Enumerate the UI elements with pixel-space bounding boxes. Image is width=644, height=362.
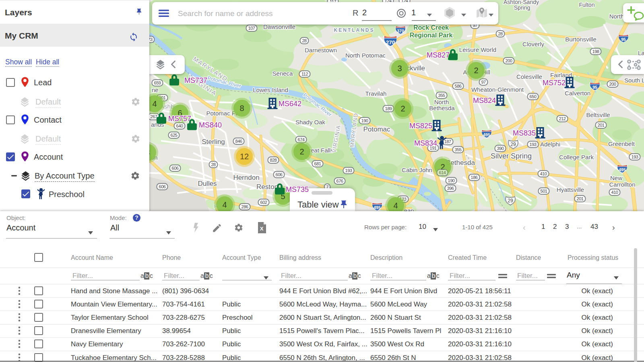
svg-text:Seneca: Seneca bbox=[272, 70, 293, 77]
svg-text:190: 190 bbox=[361, 118, 368, 123]
svg-text:846: 846 bbox=[235, 139, 242, 144]
svg-text:MS827: MS827 bbox=[427, 51, 450, 59]
svg-text:606: 606 bbox=[159, 184, 166, 189]
svg-text:410: 410 bbox=[611, 190, 618, 195]
svg-text:107: 107 bbox=[248, 26, 255, 31]
svg-text:4: 4 bbox=[222, 200, 227, 209]
svg-text:267: 267 bbox=[151, 114, 157, 119]
svg-text:Carrollton: Carrollton bbox=[609, 181, 635, 188]
svg-text:South Laurel: South Laurel bbox=[624, 77, 644, 84]
svg-text:Silver Spring: Silver Spring bbox=[491, 152, 532, 160]
svg-text:2: 2 bbox=[299, 147, 304, 156]
svg-text:95: 95 bbox=[592, 85, 597, 90]
svg-text:Greenbelt: Greenbelt bbox=[608, 140, 635, 147]
svg-text:Calverton: Calverton bbox=[565, 90, 590, 97]
svg-text:2: 2 bbox=[474, 66, 478, 75]
svg-text:201: 201 bbox=[577, 196, 584, 201]
svg-text:Darnestown: Darnestown bbox=[305, 47, 337, 53]
svg-text:4: 4 bbox=[152, 99, 157, 108]
svg-text:KENTLANDS: KENTLANDS bbox=[334, 27, 375, 33]
svg-text:198: 198 bbox=[592, 49, 599, 54]
svg-text:Burtonsville: Burtonsville bbox=[565, 36, 597, 43]
svg-text:Wheaton-Glenmont: Wheaton-Glenmont bbox=[471, 86, 524, 93]
svg-text:97: 97 bbox=[481, 80, 486, 84]
svg-text:MS642: MS642 bbox=[279, 100, 301, 108]
svg-text:73: 73 bbox=[149, 37, 153, 42]
svg-text:495: 495 bbox=[374, 205, 381, 210]
svg-text:Sterling: Sterling bbox=[202, 138, 225, 146]
svg-text:606: 606 bbox=[276, 172, 283, 177]
svg-text:Reston: Reston bbox=[256, 183, 278, 191]
svg-text:Cloverly: Cloverly bbox=[522, 41, 545, 47]
svg-text:Beltsville: Beltsville bbox=[586, 111, 610, 118]
svg-text:193: 193 bbox=[345, 168, 352, 173]
svg-text:MS840: MS840 bbox=[199, 121, 222, 129]
svg-text:370: 370 bbox=[397, 29, 404, 33]
svg-text:MS737: MS737 bbox=[184, 76, 207, 84]
svg-text:286: 286 bbox=[242, 204, 248, 209]
svg-text:Colesville: Colesville bbox=[516, 73, 542, 80]
svg-text:201: 201 bbox=[598, 123, 605, 128]
svg-text:410: 410 bbox=[540, 171, 547, 176]
svg-text:828: 828 bbox=[270, 158, 277, 162]
svg-text:193: 193 bbox=[632, 154, 638, 159]
svg-text:Adelphi: Adelphi bbox=[540, 141, 560, 148]
svg-text:North: North bbox=[609, 13, 624, 20]
svg-text:28: 28 bbox=[498, 31, 503, 36]
svg-text:2: 2 bbox=[400, 104, 405, 113]
svg-text:200: 200 bbox=[506, 58, 512, 63]
svg-text:Lowes Island: Lowes Island bbox=[253, 86, 288, 93]
svg-text:Herndon: Herndon bbox=[233, 174, 259, 181]
svg-text:3: 3 bbox=[149, 148, 150, 157]
svg-text:396: 396 bbox=[447, 186, 454, 191]
svg-text:3: 3 bbox=[397, 64, 402, 73]
svg-text:193: 193 bbox=[530, 142, 537, 147]
svg-text:495: 495 bbox=[619, 167, 626, 172]
svg-text:355: 355 bbox=[455, 147, 462, 152]
svg-text:Bethesda: Bethesda bbox=[429, 105, 455, 111]
svg-text:12: 12 bbox=[240, 152, 249, 161]
svg-text:606: 606 bbox=[172, 166, 179, 171]
svg-text:28: 28 bbox=[302, 38, 307, 43]
svg-text:Rock Creek: Rock Creek bbox=[413, 24, 449, 31]
svg-text:Shady Oak: Shady Oak bbox=[295, 119, 326, 125]
svg-text:95: 95 bbox=[621, 37, 626, 42]
svg-text:MS757: MS757 bbox=[168, 115, 191, 123]
svg-text:Cabin John: Cabin John bbox=[402, 167, 432, 173]
svg-text:29: 29 bbox=[510, 142, 516, 147]
svg-text:Spring: Spring bbox=[514, 4, 530, 11]
svg-text:495: 495 bbox=[483, 132, 490, 137]
svg-text:200: 200 bbox=[609, 82, 616, 86]
svg-text:355: 355 bbox=[438, 93, 445, 98]
svg-text:Potomac: Potomac bbox=[363, 125, 390, 133]
svg-text:586: 586 bbox=[455, 84, 462, 88]
svg-text:676: 676 bbox=[336, 179, 343, 183]
svg-text:Travilah: Travilah bbox=[365, 90, 387, 97]
svg-text:186: 186 bbox=[471, 175, 478, 180]
svg-text:New: New bbox=[610, 175, 622, 181]
svg-text:190: 190 bbox=[448, 178, 455, 183]
svg-text:Dulles: Dulles bbox=[198, 180, 217, 187]
svg-text:650: 650 bbox=[530, 94, 537, 99]
svg-text:8: 8 bbox=[239, 104, 244, 113]
svg-text:MS752: MS752 bbox=[543, 79, 566, 87]
svg-text:640: 640 bbox=[176, 123, 183, 128]
svg-text:659: 659 bbox=[154, 80, 161, 85]
svg-text:North Potomac: North Potomac bbox=[345, 52, 386, 59]
svg-text:112: 112 bbox=[301, 72, 308, 76]
svg-text:602: 602 bbox=[260, 200, 267, 205]
svg-text:270: 270 bbox=[386, 39, 395, 45]
svg-text:625: 625 bbox=[171, 133, 178, 138]
svg-text:29: 29 bbox=[508, 198, 513, 204]
svg-text:College Park: College Park bbox=[559, 154, 594, 160]
svg-text:MS824: MS824 bbox=[473, 97, 496, 105]
svg-text:MS825: MS825 bbox=[409, 122, 432, 130]
svg-text:MS834: MS834 bbox=[414, 139, 437, 147]
svg-text:X: X bbox=[260, 226, 264, 232]
svg-text:28: 28 bbox=[211, 162, 216, 167]
svg-text:212: 212 bbox=[559, 116, 566, 121]
svg-text:4: 4 bbox=[393, 201, 398, 210]
svg-text:501: 501 bbox=[541, 189, 547, 193]
svg-text:ne: ne bbox=[152, 86, 159, 93]
svg-text:Regional Park: Regional Park bbox=[410, 32, 453, 39]
